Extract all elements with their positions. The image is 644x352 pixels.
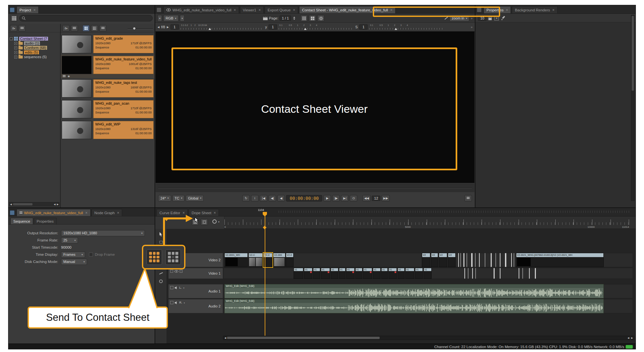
- timeline-clip[interactable]: [471, 253, 473, 267]
- timeline-clip[interactable]: V1: [294, 268, 303, 279]
- thumbnail-size-slider[interactable]: [128, 26, 153, 31]
- slider-handle[interactable]: [395, 28, 397, 30]
- next-frame-button[interactable]: |▶: [332, 195, 340, 202]
- bin-clip-whg-edit-grade[interactable]: WHG_edit_grade 1920x10801710f @25FPS Seq…: [61, 34, 155, 55]
- disk-caching-select[interactable]: Manual▾: [61, 259, 87, 265]
- timeline-clip[interactable]: [464, 268, 465, 279]
- layer-select[interactable]: ▾: [158, 15, 162, 21]
- close-icon[interactable]: ×: [293, 8, 295, 12]
- frame-rate-select[interactable]: 25▾: [61, 237, 78, 243]
- timeline-clip[interactable]: [529, 268, 530, 279]
- play-backward-button[interactable]: ◀: [277, 195, 285, 202]
- gain-field[interactable]: 1: [170, 24, 179, 30]
- expand-icon[interactable]: +: [14, 42, 17, 45]
- exposure-down-icon[interactable]: ◀: [158, 26, 159, 29]
- close-icon[interactable]: ×: [552, 8, 554, 12]
- timeline-clip[interactable]: V2-0: [286, 253, 294, 267]
- timeline-clip[interactable]: V1: [313, 268, 320, 279]
- timeline-clip[interactable]: [499, 268, 501, 279]
- timeline-clip[interactable]: V1: [381, 268, 388, 279]
- timeline-clip[interactable]: V1: [363, 268, 372, 279]
- saturation-slider[interactable]: 0.1 0.5 1 2 3 4: [369, 24, 442, 30]
- contact-sheet-layout-button[interactable]: [300, 15, 308, 21]
- overflow-chevron-icon[interactable]: »: [471, 17, 473, 20]
- timeline-clip[interactable]: [490, 253, 492, 267]
- timeline-clip[interactable]: V1: [398, 268, 405, 279]
- exposure-up-icon[interactable]: ▶: [167, 26, 169, 29]
- tab-export-queue[interactable]: Export Queue ×: [265, 6, 298, 13]
- tab-background-renders[interactable]: Background Renders ×: [512, 6, 557, 13]
- timecode-mode-select[interactable]: TC▾: [172, 195, 185, 202]
- go-to-end-button[interactable]: ▶|: [341, 195, 348, 202]
- slider-handle[interactable]: [208, 28, 211, 30]
- tab-viewer1[interactable]: Viewer1 ×: [240, 6, 264, 13]
- timeline-clip[interactable]: V2: [448, 253, 456, 267]
- bin-clip-whg-edit-pan-scan[interactable]: WHG_edit_pan_scan 1920x10801710f @25FPS …: [61, 99, 155, 120]
- frame-range-select[interactable]: Global▾: [186, 195, 204, 202]
- contact-sheet-settings-button-magnified[interactable]: [165, 249, 181, 265]
- close-icon[interactable]: ×: [214, 211, 216, 215]
- timeline-clip[interactable]: V1: [388, 268, 397, 279]
- panel-menu-icon[interactable]: [10, 210, 15, 215]
- timeline-clip[interactable]: [475, 253, 476, 267]
- output-resolution-select[interactable]: 1920x1080 HD_1080▾: [61, 230, 145, 236]
- previous-frame-button[interactable]: ◀|: [269, 195, 276, 202]
- scrollbar-handle[interactable]: [13, 203, 32, 205]
- timeline-clip[interactable]: V1: [346, 268, 355, 279]
- vertical-scrollbar[interactable]: [631, 15, 635, 201]
- tree-horizontal-scrollbar[interactable]: ◀ ◀ ▶: [9, 202, 59, 206]
- skip-frames-field[interactable]: 12: [372, 196, 380, 201]
- scroll-right-icon[interactable]: ▶: [630, 337, 634, 339]
- scroll-left-icon[interactable]: ◀: [53, 203, 56, 206]
- close-icon[interactable]: ×: [234, 8, 236, 12]
- timeline-clip[interactable]: V1: [355, 268, 362, 279]
- list-view-button[interactable]: [19, 25, 26, 32]
- timeline-clip[interactable]: [475, 268, 476, 279]
- tab-sequence-viewer[interactable]: WHG_edit_nuke_feature_video_full ×: [163, 6, 239, 13]
- timeline-clip[interactable]: [493, 268, 495, 279]
- overflow-chevron-icon[interactable]: »: [471, 25, 473, 29]
- timeline-clip[interactable]: [466, 253, 467, 267]
- menu-button[interactable]: [99, 25, 107, 32]
- scroll-left-icon[interactable]: ◀: [9, 203, 12, 206]
- timeline-clip[interactable]: [518, 268, 520, 279]
- timeline-clip[interactable]: [479, 253, 480, 267]
- timeline-clip[interactable]: V1: [321, 268, 330, 279]
- sort-alpha-button[interactable]: a▾: [62, 25, 69, 32]
- out-point-button[interactable]: O: [350, 195, 357, 202]
- bin-clip-whg-edit-wip[interactable]: WHG_edit_WIP 1920x10801316f @25FPS Seque…: [61, 120, 155, 140]
- tree-item-sequences[interactable]: + sequences (5): [10, 55, 60, 59]
- contact-sheet-settings-button[interactable]: [201, 219, 208, 225]
- page-stepper[interactable]: [293, 17, 295, 20]
- subtab-sequence[interactable]: Sequence: [10, 218, 33, 224]
- chevron-down-icon[interactable]: ▾: [218, 221, 220, 223]
- audio-clip[interactable]: WHG_Edit (WHG_Edit): [224, 284, 604, 298]
- search-input[interactable]: [19, 15, 153, 21]
- timeline-clip[interactable]: V2-000: [273, 253, 285, 267]
- timeline-clip[interactable]: V1: [331, 268, 338, 279]
- timeline-clip[interactable]: V1: [373, 268, 381, 279]
- viewer-scrub-bar[interactable]: [156, 184, 474, 192]
- tree-item-edits[interactable]: + edits (5): [10, 50, 60, 55]
- row-column-layout-button[interactable]: [309, 15, 316, 21]
- timeline-clip[interactable]: V2-C: [248, 253, 263, 267]
- sync-mode-icon[interactable]: [212, 219, 217, 224]
- tree-item-audio[interactable]: + audio (1): [10, 41, 60, 46]
- timeline-clip[interactable]: [499, 253, 501, 267]
- timeline-clip[interactable]: V1: [339, 268, 346, 279]
- sort-alpha-button[interactable]: a▾: [10, 25, 17, 32]
- gamma-slider[interactable]: 0.1 0.5 1 2 3 4: [279, 24, 352, 30]
- timeline-clip[interactable]: V1: [405, 268, 414, 279]
- gamma-field[interactable]: 1: [269, 24, 277, 30]
- skip-forward-button[interactable]: ▶▶: [382, 195, 390, 202]
- timeline-clip[interactable]: [458, 253, 459, 267]
- time-display-select[interactable]: Frames▾: [61, 252, 85, 258]
- display-select[interactable]: ▾: [180, 15, 184, 21]
- start-timecode-value[interactable]: 90000: [61, 245, 71, 249]
- tab-project[interactable]: Project ×: [17, 6, 39, 13]
- viewer-settings-button[interactable]: [317, 15, 324, 21]
- timeline-clip[interactable]: [485, 253, 486, 267]
- timeline-clip[interactable]: [535, 268, 536, 279]
- send-to-contact-sheet-button-magnified[interactable]: [146, 249, 162, 265]
- bin-clip-whg-edit-nuke-tags[interactable]: WHG_edit_nuke_tags test 1920x10801606f @…: [61, 78, 155, 99]
